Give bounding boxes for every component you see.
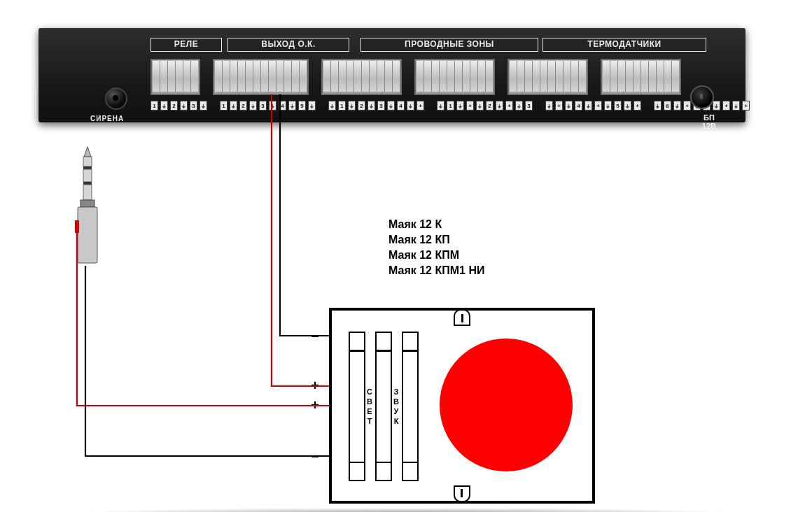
strip-cell: ⏚ <box>604 101 612 111</box>
strip-cell: + <box>416 101 424 111</box>
siren-jack-label: СИРЕНА <box>90 115 124 122</box>
strip-cell: ⏚ <box>348 101 356 111</box>
svg-rect-6 <box>80 200 94 207</box>
strip-cell: ⏚ <box>269 101 276 111</box>
strip-cell: ⏚ <box>456 101 464 111</box>
svg-rect-7 <box>78 207 97 263</box>
strip-cell: ⏚ <box>545 101 553 111</box>
terminal-blocks-row <box>150 59 681 95</box>
strip-group: 1⏚2⏚3⏚4⏚5⏚ <box>220 101 316 111</box>
strip-cell: ⏚ <box>654 101 662 111</box>
section-label-relay: РЕЛЕ <box>150 38 222 52</box>
strip-group: ⏚1⏚2⏚3⏚4⏚+ <box>328 101 424 111</box>
control-panel: РЕЛЕ ВЫХОД О.К. ПРОВОДНЫЕ ЗОНЫ ТЕРМОДАТЧ… <box>38 28 746 122</box>
strip-cell: ⏚ <box>328 101 336 111</box>
svg-rect-3 <box>83 169 92 182</box>
strip-cell: 2 <box>358 101 365 111</box>
power-jack-label: БП 12В <box>702 113 716 130</box>
strip-cell: + <box>594 101 602 111</box>
strip-cell: + <box>742 101 750 111</box>
strip-cell: 3 <box>190 101 197 111</box>
strip-cell: ⏚ <box>565 101 573 111</box>
panel-shadow <box>70 508 742 512</box>
terminal-col-2 <box>375 332 392 481</box>
terminal-block <box>150 59 200 95</box>
audio-plug <box>74 147 102 266</box>
section-label-zones: ПРОВОДНЫЕ ЗОНЫ <box>360 38 538 52</box>
siren-jack <box>105 87 127 110</box>
strip-cell: ⏚ <box>713 101 720 111</box>
screw-icon <box>454 309 470 326</box>
strip-cell: 1 <box>220 101 227 111</box>
section-label-output: ВЫХОД О.К. <box>227 38 349 52</box>
strip-cell: 2 <box>170 101 178 111</box>
vert-label-sound: ЗВУК <box>392 387 400 427</box>
strip-cell: ⏚ <box>160 101 168 111</box>
polarity-plus-1: + <box>308 378 322 394</box>
strip-cell: + <box>683 101 691 111</box>
strip-cell: 3 <box>259 101 267 111</box>
strip-cell: ⏚ <box>437 101 444 111</box>
strip-cell: 4 <box>279 101 286 111</box>
svg-rect-2 <box>83 166 92 169</box>
terminal-block <box>507 59 588 95</box>
polarity-minus-top: – <box>308 327 322 343</box>
model-line-2: Маяк 12 КП <box>388 232 484 248</box>
strip-cell: 4 <box>397 101 405 111</box>
strip-cell: ⏚ <box>673 101 681 111</box>
strip-cell: ⏚ <box>515 101 523 111</box>
screw-icon <box>454 485 470 502</box>
strip-cell: ⏚ <box>624 101 631 111</box>
terminal-block <box>601 59 681 95</box>
section-label-thermo: ТЕРМОДАТЧИКИ <box>542 38 706 52</box>
strip-cell: + <box>466 101 474 111</box>
strip-group: ⏚+⏚4⏚+⏚5⏚+ <box>545 101 641 111</box>
strip-cell: 1 <box>447 101 454 111</box>
model-line-1: Маяк 12 К <box>388 217 484 232</box>
svg-marker-0 <box>84 147 91 157</box>
strip-cell: ⏚ <box>200 101 207 111</box>
terminal-block <box>414 59 495 95</box>
strip-cell: 3 <box>525 101 533 111</box>
diagram-stage: РЕЛЕ ВЫХОД О.К. ПРОВОДНЫЕ ЗОНЫ ТЕРМОДАТЧ… <box>0 0 812 512</box>
strip-cell: ⏚ <box>249 101 257 111</box>
terminal-strip-row: 1⏚2⏚3⏚1⏚2⏚3⏚4⏚5⏚⏚1⏚2⏚3⏚4⏚+⏚1⏚+⏚2⏚+⏚3⏚+⏚4… <box>150 101 750 111</box>
strip-cell: ⏚ <box>476 101 484 111</box>
strip-cell: ⏚ <box>288 101 296 111</box>
strip-cell: 5 <box>614 101 622 111</box>
model-list: Маяк 12 К Маяк 12 КП Маяк 12 КПМ Маяк 12… <box>388 217 484 278</box>
strip-cell: 6 <box>664 101 671 111</box>
strip-cell: ⏚ <box>407 101 414 111</box>
strip-cell: ⏚ <box>732 101 740 111</box>
model-line-4: Маяк 12 КПМ1 НИ <box>388 263 484 278</box>
vert-label-light: СВЕТ <box>365 387 374 427</box>
svg-rect-8 <box>75 220 79 233</box>
terminal-block <box>213 59 309 95</box>
strip-cell: 5 <box>298 101 306 111</box>
power-jack <box>690 85 714 109</box>
svg-rect-5 <box>83 185 92 200</box>
strip-cell: ⏚ <box>496 101 503 111</box>
siren-device: СВЕТ ЗВУК <box>329 308 595 504</box>
strip-cell: 1 <box>338 101 346 111</box>
terminal-col-3 <box>402 332 419 481</box>
strip-cell: 4 <box>575 101 582 111</box>
strip-cell: ⏚ <box>230 101 237 111</box>
strip-cell: 2 <box>239 101 247 111</box>
strip-cell: ⏚ <box>387 101 395 111</box>
strip-cell: + <box>722 101 730 111</box>
polarity-minus-bottom: – <box>308 448 322 464</box>
strip-cell: ⏚ <box>584 101 592 111</box>
polarity-plus-2: + <box>308 397 322 413</box>
svg-rect-1 <box>83 157 92 166</box>
terminal-col-1 <box>349 332 365 481</box>
strip-cell: 1 <box>150 101 158 111</box>
strip-cell: + <box>555 101 563 111</box>
strip-cell: 2 <box>486 101 493 111</box>
strip-cell: + <box>505 101 513 111</box>
strip-group: 1⏚2⏚3⏚ <box>150 101 207 111</box>
red-lamp <box>440 339 573 471</box>
svg-rect-4 <box>83 182 92 185</box>
strip-cell: ⏚ <box>308 101 316 111</box>
strip-cell: ⏚ <box>368 101 375 111</box>
